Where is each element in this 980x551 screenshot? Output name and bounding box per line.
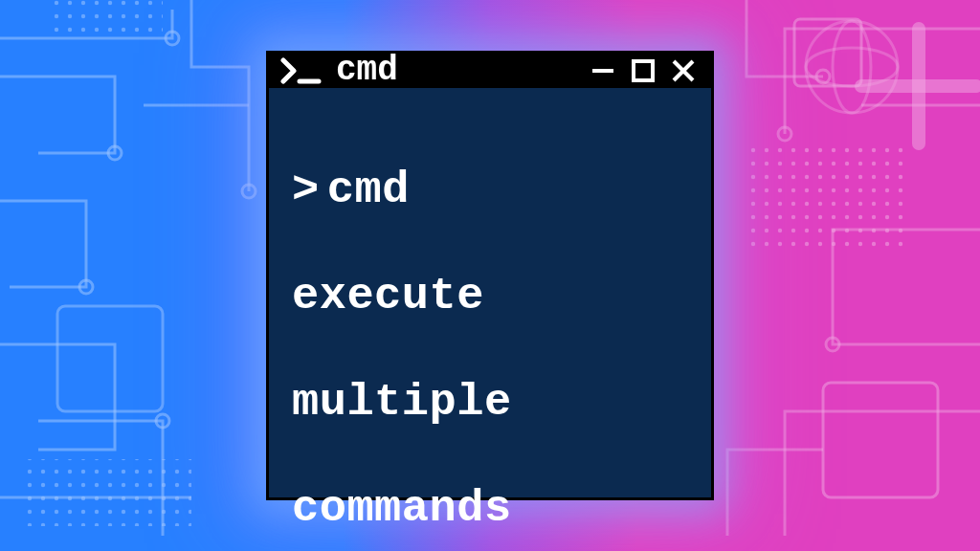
terminal-text: cmd (327, 165, 410, 215)
terminal-line: >cmd (292, 164, 688, 216)
svg-point-8 (816, 70, 830, 83)
minimize-button[interactable] (589, 56, 617, 85)
terminal-line: multiple (292, 376, 688, 429)
prompt-symbol: > (292, 165, 320, 215)
svg-point-17 (833, 21, 871, 113)
svg-rect-11 (794, 19, 861, 86)
terminal-prompt-icon (280, 56, 324, 85)
svg-point-5 (156, 414, 169, 428)
svg-point-16 (806, 48, 898, 86)
window-title: cmd (336, 54, 398, 88)
terminal-body[interactable]: >cmd execute multiple commands (269, 88, 711, 551)
svg-rect-12 (746, 143, 909, 249)
maximize-button[interactable] (629, 56, 657, 85)
svg-point-1 (166, 32, 179, 45)
svg-point-3 (79, 280, 93, 294)
svg-rect-13 (48, 0, 163, 38)
svg-point-6 (778, 127, 791, 141)
svg-rect-10 (823, 383, 938, 497)
svg-point-15 (806, 21, 898, 113)
svg-point-7 (826, 338, 839, 351)
svg-rect-22 (634, 61, 653, 80)
titlebar[interactable]: cmd (269, 54, 711, 88)
terminal-window: cmd >cmd execute multiple commands (266, 51, 714, 500)
svg-rect-9 (57, 306, 163, 411)
svg-point-4 (242, 185, 256, 198)
close-button[interactable] (669, 56, 698, 85)
terminal-line: commands (292, 482, 688, 535)
svg-point-2 (108, 146, 122, 160)
svg-rect-14 (19, 459, 191, 526)
terminal-line: execute (292, 270, 688, 322)
